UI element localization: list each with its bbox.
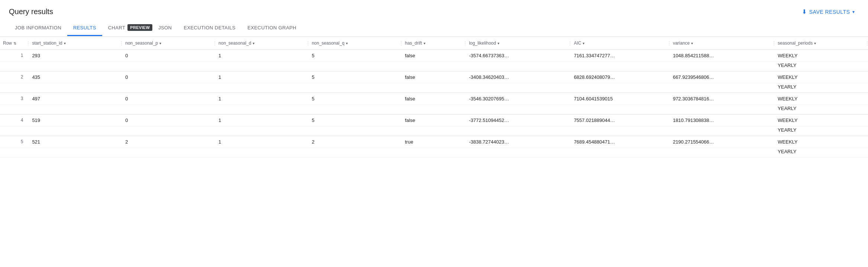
col-header-non-seasonal-p[interactable]: non_seasonal_p ▾ ⋮: [122, 37, 216, 50]
cell-empty: [309, 148, 402, 158]
cell-ns-d: 1: [216, 71, 309, 83]
cell-empty: [466, 105, 571, 115]
col-header-row[interactable]: Row ⇅ ⋮: [0, 37, 29, 50]
cell-station-id: 293: [29, 50, 122, 62]
cell-row-num: 2: [0, 71, 29, 83]
tab-execution-details[interactable]: EXECUTION DETAILS: [178, 20, 241, 36]
cell-empty: [216, 83, 309, 93]
cell-empty: [0, 62, 29, 71]
table-row: 5521212true-3838.72744023…7689.454880471…: [0, 136, 868, 148]
cell-has-drift: false: [402, 93, 466, 105]
sort-icon-aic: ▾: [583, 41, 584, 45]
table-row: 3497015false-3546.30207695…7104.60415390…: [0, 93, 868, 105]
cell-empty: [670, 148, 775, 158]
sort-icon-loglik: ▾: [498, 41, 499, 45]
cell-log-likelihood: -3408.34620403…: [466, 71, 571, 83]
cell-station-id: 521: [29, 136, 122, 148]
cell-ns-q: 2: [309, 136, 402, 148]
cell-empty: [216, 126, 309, 136]
cell-empty: [402, 126, 466, 136]
cell-row-num: 4: [0, 115, 29, 126]
col-header-non-seasonal-d[interactable]: non_seasonal_d ▾ ⋮: [216, 37, 309, 50]
cell-ns-p: 0: [122, 71, 216, 83]
tab-json[interactable]: JSON: [152, 20, 178, 36]
cell-empty: [0, 148, 29, 158]
table-sub-row: YEARLY: [0, 148, 868, 158]
sort-icon-seasonal: ▾: [814, 41, 816, 45]
cell-empty: [309, 62, 402, 71]
cell-has-drift: false: [402, 50, 466, 62]
cell-seasonal-weekly: WEEKLY: [775, 115, 868, 126]
cell-empty: [29, 83, 122, 93]
cell-empty: [29, 105, 122, 115]
save-results-label: SAVE RESULTS: [809, 9, 850, 15]
cell-row-num: 3: [0, 93, 29, 105]
col-header-start-station-id[interactable]: start_station_id ▾ ⋮: [29, 37, 122, 50]
cell-empty: [216, 105, 309, 115]
cell-ns-d: 1: [216, 115, 309, 126]
cell-empty: [402, 105, 466, 115]
cell-empty: [0, 126, 29, 136]
cell-empty: [670, 126, 775, 136]
cell-ns-d: 1: [216, 136, 309, 148]
col-header-aic[interactable]: AIC ▾ ⋮: [571, 37, 670, 50]
sort-icon-drift: ▾: [424, 41, 425, 45]
col-header-non-seasonal-q[interactable]: non_seasonal_q ▾ ⋮: [309, 37, 402, 50]
tab-execution-graph[interactable]: EXECUTION GRAPH: [242, 20, 302, 36]
cell-aic: 6828.692408079…: [571, 71, 670, 83]
cell-aic: 7689.454880471…: [571, 136, 670, 148]
cell-empty: [670, 105, 775, 115]
cell-seasonal-yearly: YEARLY: [775, 126, 868, 136]
cell-log-likelihood: -3574.66737363…: [466, 50, 571, 62]
cell-seasonal-weekly: WEEKLY: [775, 136, 868, 148]
cell-empty: [402, 83, 466, 93]
cell-empty: [122, 148, 216, 158]
download-icon: ⬇: [802, 8, 807, 15]
cell-ns-q: 5: [309, 71, 402, 83]
cell-empty: [216, 148, 309, 158]
cell-ns-q: 5: [309, 93, 402, 105]
cell-seasonal-yearly: YEARLY: [775, 105, 868, 115]
cell-row-num: 1: [0, 50, 29, 62]
cell-ns-d: 1: [216, 93, 309, 105]
cell-seasonal-yearly: YEARLY: [775, 148, 868, 158]
cell-seasonal-yearly: YEARLY: [775, 62, 868, 71]
col-header-variance[interactable]: variance ▾ ⋮: [670, 37, 775, 50]
col-header-has-drift[interactable]: has_drift ▾ ⋮: [402, 37, 466, 50]
cell-empty: [571, 126, 670, 136]
cell-aic: 7104.6041539015: [571, 93, 670, 105]
table-row: 2435015false-3408.34620403…6828.69240807…: [0, 71, 868, 83]
cell-seasonal-weekly: WEEKLY: [775, 93, 868, 105]
tab-results[interactable]: RESULTS: [67, 20, 102, 36]
cell-aic: 7161.334747277…: [571, 50, 670, 62]
cell-variance: 1810.791308838…: [670, 115, 775, 126]
cell-empty: [309, 83, 402, 93]
cell-empty: [122, 126, 216, 136]
cell-seasonal-weekly: WEEKLY: [775, 71, 868, 83]
tab-job-information[interactable]: JOB INFORMATION: [9, 20, 67, 36]
cell-variance: 972.3036784816…: [670, 93, 775, 105]
cell-has-drift: false: [402, 71, 466, 83]
cell-has-drift: true: [402, 136, 466, 148]
cell-ns-q: 5: [309, 50, 402, 62]
resize-handle-seasonal[interactable]: ⋮: [867, 37, 868, 49]
table-sub-row: YEARLY: [0, 126, 868, 136]
cell-variance: 667.9239546806…: [670, 71, 775, 83]
cell-ns-p: 0: [122, 50, 216, 62]
tab-chart[interactable]: CHART PREVIEW: [102, 20, 152, 36]
tab-chart-label: CHART: [108, 25, 126, 30]
cell-station-id: 435: [29, 71, 122, 83]
cell-row-num: 5: [0, 136, 29, 148]
col-header-log-likelihood[interactable]: log_likelihood ▾ ⋮: [466, 37, 571, 50]
cell-ns-p: 0: [122, 93, 216, 105]
cell-ns-d: 1: [216, 50, 309, 62]
cell-station-id: 497: [29, 93, 122, 105]
col-header-seasonal-periods[interactable]: seasonal_periods ▾ ⋮: [775, 37, 868, 50]
cell-seasonal-yearly: YEARLY: [775, 83, 868, 93]
cell-empty: [466, 62, 571, 71]
save-results-button[interactable]: ⬇ SAVE RESULTS ▾: [797, 5, 859, 18]
cell-empty: [571, 83, 670, 93]
cell-empty: [670, 83, 775, 93]
sort-icon-nsd: ▾: [253, 41, 255, 45]
table-row: 1293015false-3574.66737363…7161.33474727…: [0, 50, 868, 62]
